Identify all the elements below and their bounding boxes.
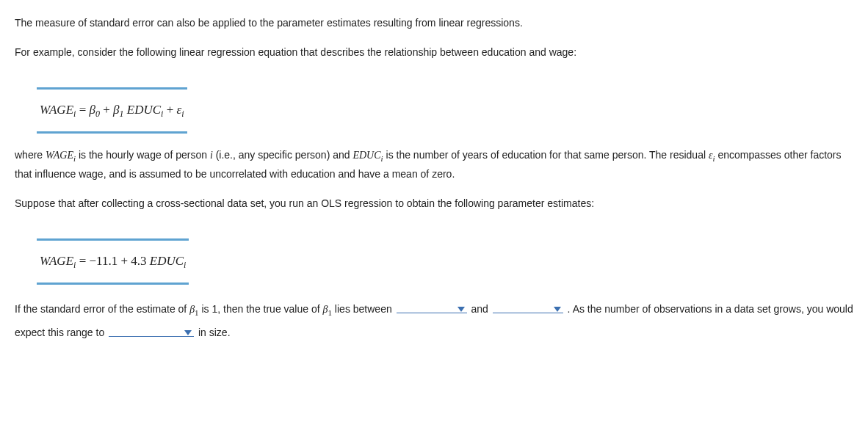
where-para: where WAGEi is the hourly wage of person… bbox=[15, 147, 853, 182]
dropdown-upper-bound[interactable] bbox=[493, 299, 563, 313]
chevron-down-icon bbox=[457, 305, 466, 313]
equation-1-content: WAGEi = β0 + β1 EDUCi + εi bbox=[40, 103, 184, 117]
intro-para-2: For example, consider the following line… bbox=[15, 44, 853, 60]
dropdown-range-size[interactable] bbox=[109, 323, 194, 337]
question-para: If the standard error of the estimate of… bbox=[15, 298, 853, 344]
svg-marker-1 bbox=[554, 307, 561, 312]
chevron-down-icon bbox=[553, 305, 562, 313]
suppose-para: Suppose that after collecting a cross-se… bbox=[15, 195, 853, 211]
equation-1: WAGEi = β0 + β1 EDUCi + εi bbox=[37, 87, 187, 134]
equation-2-content: WAGEi = −11.1 + 4.3 EDUCi bbox=[40, 254, 186, 268]
chevron-down-icon bbox=[184, 329, 192, 336]
intro-para-1: The measure of standard error can also b… bbox=[15, 15, 853, 31]
svg-marker-2 bbox=[184, 330, 192, 335]
equation-2: WAGEi = −11.1 + 4.3 EDUCi bbox=[37, 238, 189, 285]
svg-marker-0 bbox=[457, 307, 465, 312]
dropdown-lower-bound[interactable] bbox=[397, 299, 467, 313]
